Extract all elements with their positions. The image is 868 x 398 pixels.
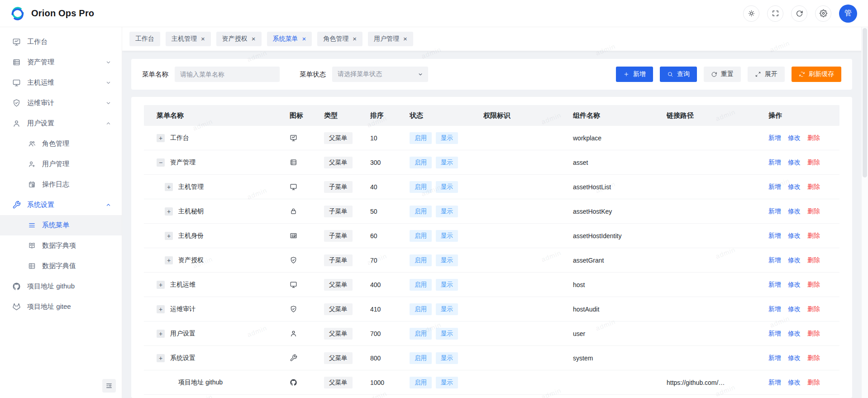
users-icon bbox=[28, 140, 36, 148]
expand-toggle[interactable]: + bbox=[165, 232, 173, 240]
action-delete-link[interactable]: 删除 bbox=[807, 183, 820, 191]
tab-工作台[interactable]: 工作台 bbox=[129, 32, 160, 46]
tab-close-icon[interactable]: × bbox=[252, 35, 256, 42]
action-edit-link[interactable]: 修改 bbox=[788, 256, 801, 264]
github-icon bbox=[290, 379, 297, 386]
menu-type-cell: 子菜单 bbox=[324, 206, 370, 217]
sidebar-item-label: 资产管理 bbox=[27, 58, 54, 67]
action-delete-link[interactable]: 删除 bbox=[807, 281, 820, 289]
action-add-link[interactable]: 新增 bbox=[768, 305, 781, 313]
action-edit-link[interactable]: 修改 bbox=[788, 134, 801, 142]
sidebar-subitem-menu[interactable]: 系统菜单 bbox=[0, 215, 122, 235]
action-delete-link[interactable]: 删除 bbox=[807, 354, 820, 362]
table-header-cell: 权限标识 bbox=[483, 111, 573, 120]
action-edit-link[interactable]: 修改 bbox=[788, 232, 801, 240]
sidebar-item-github[interactable]: 项目地址 github bbox=[0, 276, 122, 297]
menu-name-input[interactable] bbox=[175, 67, 280, 82]
action-delete-link[interactable]: 删除 bbox=[807, 232, 820, 240]
table-row: −资产管理父菜单300启用显示asset新增修改删除 bbox=[144, 150, 839, 175]
tab-close-icon[interactable]: × bbox=[353, 35, 357, 42]
action-add-link[interactable]: 新增 bbox=[768, 256, 781, 264]
add-button[interactable]: 新增 bbox=[616, 67, 653, 82]
type-tag: 子菜单 bbox=[324, 181, 353, 193]
tab-资产授权[interactable]: 资产授权× bbox=[216, 32, 262, 46]
expand-toggle[interactable]: − bbox=[157, 158, 165, 167]
menu-status-cell: 启用显示 bbox=[410, 132, 483, 144]
expand-all-button[interactable]: 展开 bbox=[748, 67, 785, 82]
action-add-link[interactable]: 新增 bbox=[768, 330, 781, 338]
expand-toggle[interactable]: + bbox=[157, 305, 165, 313]
tab-close-icon[interactable]: × bbox=[201, 35, 205, 42]
server-icon bbox=[12, 58, 21, 67]
sidebar-collapse-button[interactable] bbox=[102, 379, 116, 393]
action-edit-link[interactable]: 修改 bbox=[788, 281, 801, 289]
action-edit-link[interactable]: 修改 bbox=[788, 158, 801, 167]
sidebar-item-user[interactable]: 用户设置 bbox=[0, 113, 122, 134]
theme-toggle-button[interactable] bbox=[743, 5, 759, 22]
expand-toggle[interactable]: + bbox=[165, 183, 173, 191]
status-tag-enabled: 启用 bbox=[410, 230, 432, 242]
page-scrollbar[interactable] bbox=[861, 27, 868, 398]
menu-status-select[interactable]: 请选择菜单状态 bbox=[332, 67, 428, 82]
fullscreen-button[interactable] bbox=[767, 5, 783, 22]
action-edit-link[interactable]: 修改 bbox=[788, 183, 801, 191]
action-add-link[interactable]: 新增 bbox=[768, 158, 781, 167]
menu-sort-cell: 800 bbox=[370, 355, 410, 362]
user-avatar[interactable]: 管 bbox=[839, 5, 857, 23]
action-delete-link[interactable]: 删除 bbox=[807, 330, 820, 338]
expand-toggle[interactable]: + bbox=[157, 281, 165, 289]
expand-toggle[interactable]: + bbox=[157, 354, 165, 362]
scrollbar-thumb[interactable] bbox=[863, 28, 867, 177]
sidebar-item-server[interactable]: 资产管理 bbox=[0, 52, 122, 72]
action-add-link[interactable]: 新增 bbox=[768, 281, 781, 289]
action-delete-link[interactable]: 删除 bbox=[807, 256, 820, 264]
action-delete-link[interactable]: 删除 bbox=[807, 134, 820, 142]
expand-toggle[interactable]: + bbox=[157, 330, 165, 338]
tab-系统菜单[interactable]: 系统菜单× bbox=[267, 32, 312, 46]
action-delete-link[interactable]: 删除 bbox=[807, 379, 820, 387]
action-delete-link[interactable]: 删除 bbox=[807, 158, 820, 167]
expand-toggle[interactable]: + bbox=[157, 134, 165, 142]
action-edit-link[interactable]: 修改 bbox=[788, 354, 801, 362]
sidebar-item-monitor[interactable]: 主机运维 bbox=[0, 72, 122, 93]
action-add-link[interactable]: 新增 bbox=[768, 207, 781, 216]
reset-button[interactable]: 重置 bbox=[704, 67, 741, 82]
sidebar-subitem-log[interactable]: 操作日志 bbox=[0, 174, 122, 195]
action-delete-link[interactable]: 删除 bbox=[807, 207, 820, 216]
action-add-link[interactable]: 新增 bbox=[768, 354, 781, 362]
action-delete-link[interactable]: 删除 bbox=[807, 305, 820, 313]
expand-toggle[interactable]: + bbox=[165, 207, 173, 216]
action-add-link[interactable]: 新增 bbox=[768, 183, 781, 191]
table-row: +系统设置父菜单800启用显示system新增修改删除 bbox=[144, 346, 839, 370]
tab-用户管理[interactable]: 用户管理× bbox=[368, 32, 413, 46]
sidebar-item-wrench[interactable]: 系统设置 bbox=[0, 195, 122, 215]
query-button[interactable]: 查询 bbox=[660, 67, 697, 82]
table-row: +资产授权子菜单70启用显示assetGrant新增修改删除 bbox=[144, 248, 839, 273]
expand-toggle[interactable]: + bbox=[165, 256, 173, 264]
action-add-link[interactable]: 新增 bbox=[768, 134, 781, 142]
type-tag: 父菜单 bbox=[324, 328, 353, 340]
sidebar-item-shield[interactable]: 运维审计 bbox=[0, 93, 122, 113]
menu-name-cell: +运维审计 bbox=[144, 305, 290, 313]
sidebar-item-dashboard[interactable]: 工作台 bbox=[0, 32, 122, 52]
tab-close-icon[interactable]: × bbox=[403, 35, 407, 42]
settings-button[interactable] bbox=[815, 5, 831, 22]
action-add-link[interactable]: 新增 bbox=[768, 379, 781, 387]
action-add-link[interactable]: 新增 bbox=[768, 232, 781, 240]
refresh-cache-button[interactable]: 刷新缓存 bbox=[792, 67, 841, 82]
action-edit-link[interactable]: 修改 bbox=[788, 207, 801, 216]
tab-角色管理[interactable]: 角色管理× bbox=[317, 32, 362, 46]
sidebar-item-gitee[interactable]: 项目地址 gitee bbox=[0, 297, 122, 317]
menu-component-cell: assetHostKey bbox=[573, 208, 667, 215]
sidebar-subitem-userAdd[interactable]: 用户管理 bbox=[0, 154, 122, 174]
sidebar-subitem-book[interactable]: 数据字典项 bbox=[0, 235, 122, 256]
tab-close-icon[interactable]: × bbox=[302, 35, 306, 42]
reload-button[interactable] bbox=[791, 5, 807, 22]
action-edit-link[interactable]: 修改 bbox=[788, 379, 801, 387]
action-edit-link[interactable]: 修改 bbox=[788, 330, 801, 338]
action-edit-link[interactable]: 修改 bbox=[788, 305, 801, 313]
sidebar-subitem-users[interactable]: 角色管理 bbox=[0, 134, 122, 154]
sidebar-subitem-tableGrid[interactable]: 数据字典值 bbox=[0, 256, 122, 276]
tab-主机管理[interactable]: 主机管理× bbox=[166, 32, 211, 46]
menu-status-cell: 启用显示 bbox=[410, 279, 483, 291]
